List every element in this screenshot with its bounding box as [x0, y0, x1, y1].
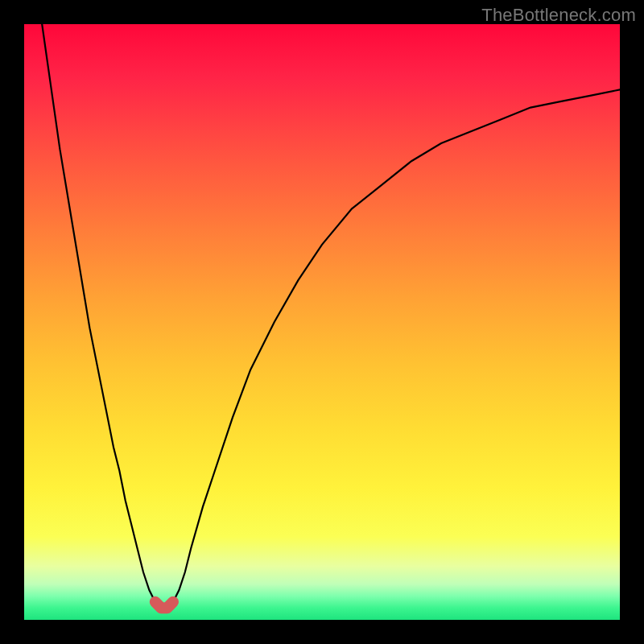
- chart-svg: [24, 24, 620, 620]
- plot-area: [24, 24, 620, 620]
- chart-frame: TheBottleneck.com: [0, 0, 644, 644]
- watermark: TheBottleneck.com: [481, 5, 636, 26]
- optimal-region-marker: [155, 602, 173, 608]
- bottleneck-curve: [42, 24, 620, 608]
